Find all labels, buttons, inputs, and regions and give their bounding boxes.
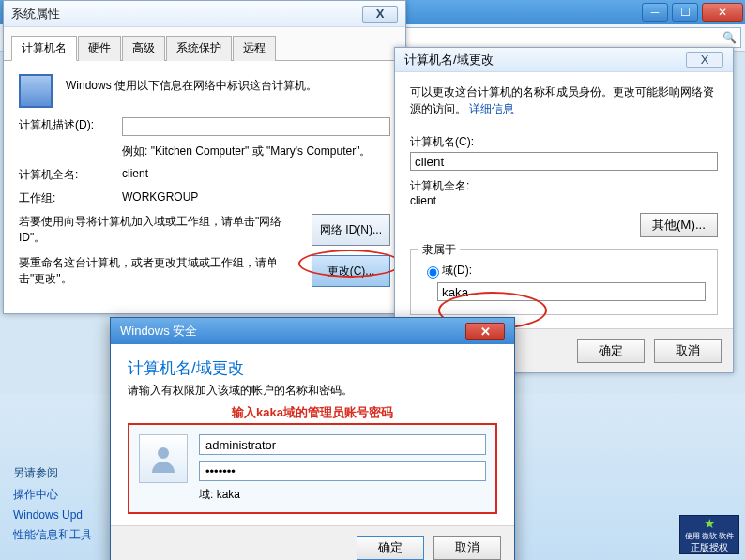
sidebar-heading: 另请参阅 bbox=[13, 465, 92, 481]
close-button[interactable]: ✕ bbox=[702, 3, 743, 22]
domain-radio-label: 域(D): bbox=[442, 263, 472, 279]
details-link[interactable]: 详细信息 bbox=[469, 102, 514, 115]
annotation-text: 输入kaka域的管理员账号密码 bbox=[128, 404, 497, 421]
fieldset-legend: 隶属于 bbox=[418, 242, 460, 258]
badge-line1: 使用 微软 软件 bbox=[685, 531, 734, 541]
syswin-title-text: 系统属性 bbox=[11, 6, 60, 23]
secwin-titlebar: Windows 安全 ✕ bbox=[111, 318, 514, 344]
username-input[interactable] bbox=[199, 434, 486, 455]
computer-icon bbox=[19, 74, 53, 108]
fullname-label: 计算机全名: bbox=[410, 178, 718, 194]
secwin-footer: 确定 取消 bbox=[111, 525, 514, 560]
close-icon[interactable]: ✕ bbox=[465, 323, 505, 340]
genuine-badge: ★ 使用 微软 软件 正版授权 bbox=[679, 515, 739, 554]
member-of-fieldset: 隶属于 域(D): bbox=[410, 249, 718, 315]
user-avatar-icon bbox=[139, 434, 188, 483]
change-button[interactable]: 更改(C)... bbox=[312, 255, 390, 287]
close-icon[interactable]: X bbox=[686, 52, 723, 68]
desc-label: 计算机描述(D): bbox=[19, 117, 122, 136]
tab-bar: 计算机名 硬件 高级 系统保护 远程 bbox=[4, 27, 405, 61]
ok-button[interactable]: 确定 bbox=[577, 339, 645, 363]
workgroup-value: WORKGROUP bbox=[122, 190, 198, 206]
ok-button[interactable]: 确定 bbox=[357, 536, 424, 560]
badge-line2: 正版授权 bbox=[691, 541, 728, 554]
minimize-button[interactable]: ─ bbox=[642, 3, 668, 22]
description-input[interactable] bbox=[122, 117, 390, 136]
sidebar-link[interactable]: 操作中心 bbox=[13, 487, 92, 503]
password-input[interactable] bbox=[199, 461, 486, 481]
other-button[interactable]: 其他(M)... bbox=[640, 213, 718, 237]
dnwin-title-text: 计算机名/域更改 bbox=[404, 52, 494, 68]
workgroup-label: 工作组: bbox=[19, 190, 122, 206]
dnwin-body: 可以更改这台计算机的名称和成员身份。更改可能影响网络资源的访问。 详细信息 计算… bbox=[395, 72, 733, 328]
sidebar-link[interactable]: Windows Upd bbox=[13, 508, 92, 522]
secwin-body: 计算机名/域更改 请输入有权限加入该域的帐户的名称和密码。 输入kaka域的管理… bbox=[111, 344, 514, 525]
svg-point-0 bbox=[158, 447, 169, 459]
domain-line: 域: kaka bbox=[199, 487, 486, 503]
syswin-body: Windows 使用以下信息在网络中标识这台计算机。 计算机描述(D): 例如:… bbox=[4, 61, 405, 313]
tab-remote[interactable]: 远程 bbox=[233, 36, 276, 61]
dnwin-titlebar: 计算机名/域更改 X bbox=[395, 48, 733, 72]
close-icon[interactable]: X bbox=[362, 6, 398, 23]
fullname-value: client bbox=[410, 194, 718, 207]
fullname-value: client bbox=[122, 167, 148, 183]
sidebar-links: 另请参阅 操作中心 Windows Upd 性能信息和工具 bbox=[13, 460, 92, 549]
intro-text: Windows 使用以下信息在网络中标识这台计算机。 bbox=[66, 74, 390, 108]
maximize-button[interactable]: ☐ bbox=[672, 3, 698, 22]
computer-name-input[interactable] bbox=[410, 152, 718, 171]
dn-intro: 可以更改这台计算机的名称和成员身份。更改可能影响网络资源的访问。 详细信息 bbox=[410, 83, 718, 117]
search-icon[interactable]: 🔍 bbox=[722, 31, 737, 44]
desc-example: 例如: "Kitchen Computer" 或 "Mary's Compute… bbox=[122, 144, 390, 159]
tab-advanced[interactable]: 高级 bbox=[122, 36, 165, 61]
domain-input[interactable] bbox=[437, 282, 706, 301]
cancel-button[interactable]: 取消 bbox=[654, 339, 722, 363]
rename-text: 要重命名这台计算机，或者更改其域或工作组，请单击"更改"。 bbox=[19, 255, 312, 287]
domain-radio[interactable] bbox=[427, 266, 439, 279]
computer-name-label: 计算机名(C): bbox=[410, 134, 718, 150]
tab-computer-name[interactable]: 计算机名 bbox=[11, 36, 77, 61]
windows-security-dialog: Windows 安全 ✕ 计算机名/域更改 请输入有权限加入该域的帐户的名称和密… bbox=[110, 317, 515, 560]
security-subtext: 请输入有权限加入该域的帐户的名称和密码。 bbox=[128, 383, 497, 399]
star-icon: ★ bbox=[704, 516, 716, 531]
sidebar-link[interactable]: 性能信息和工具 bbox=[13, 527, 92, 543]
security-heading: 计算机名/域更改 bbox=[128, 357, 497, 379]
credential-box: 域: kaka bbox=[128, 423, 497, 514]
tab-hardware[interactable]: 硬件 bbox=[78, 36, 121, 61]
syswin-titlebar: 系统属性 X bbox=[4, 1, 405, 27]
fullname-label: 计算机全名: bbox=[19, 167, 122, 183]
secwin-title-text: Windows 安全 bbox=[120, 323, 197, 340]
network-id-button[interactable]: 网络 ID(N)... bbox=[312, 214, 390, 246]
tab-system-protection[interactable]: 系统保护 bbox=[166, 36, 232, 61]
system-properties-window: 系统属性 X 计算机名 硬件 高级 系统保护 远程 Windows 使用以下信息… bbox=[3, 0, 406, 314]
cancel-button[interactable]: 取消 bbox=[433, 536, 501, 560]
wizard-text: 若要使用向导将计算机加入域或工作组，请单击"网络 ID"。 bbox=[19, 214, 312, 246]
